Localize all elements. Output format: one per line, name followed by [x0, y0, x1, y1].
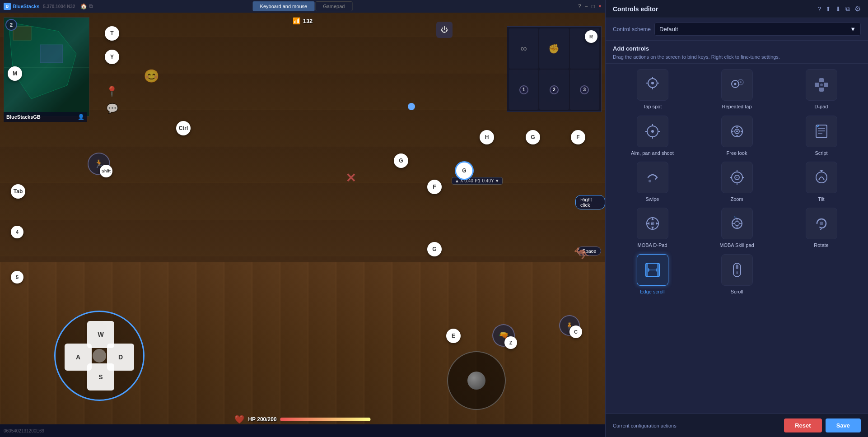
ctrl-label-moba-dpad: MOBA D-Pad — [637, 242, 667, 248]
bottom-buttons: Reset Save — [784, 418, 861, 432]
svg-point-5 — [651, 82, 654, 84]
panel-header-icons: ? ⬆ ⬇ ⧉ ⚙ — [817, 5, 861, 13]
shift-key-area[interactable]: 🏃 Shift — [88, 153, 110, 175]
ctrl-item-tilt[interactable]: Tilt — [782, 162, 861, 202]
copy-icon[interactable]: ⧉ — [89, 3, 93, 9]
hud-key-4[interactable]: 4 — [11, 226, 23, 238]
ctrl-item-zoom[interactable]: + Zoom — [697, 162, 776, 202]
dpad-ring: W S A D — [54, 311, 145, 401]
ctrl-icon-moba-dpad: D — [637, 208, 668, 239]
hud-key-5[interactable]: 5 — [11, 271, 23, 284]
ctrl-label-repeated-tap: Repeated tap — [722, 103, 751, 110]
ctrl-item-dpad[interactable]: D-pad — [782, 69, 861, 110]
ctrl-item-repeated-tap[interactable]: Repeated tap — [697, 69, 776, 110]
edge-scroll-svg — [644, 261, 662, 279]
ctrl-label-zoom: Zoom — [730, 196, 743, 202]
hud-key-t[interactable]: T — [105, 26, 119, 41]
chevron-down-icon: ▼ — [850, 26, 856, 33]
panel-bottom-bar: Current configuration actions Reset Save — [606, 414, 868, 437]
hud-key-g4[interactable]: G — [427, 242, 442, 256]
ctrl-icon-zoom: + — [721, 162, 753, 193]
hud-key-y[interactable]: Y — [105, 50, 119, 64]
hud-key-shift-badge: Shift — [100, 165, 112, 177]
ctrl-label-swipe: Swipe — [646, 196, 659, 202]
ctrl-item-swipe[interactable]: Swipe — [613, 162, 692, 202]
hud-key-ctrl[interactable]: Ctrl — [176, 121, 191, 135]
mini-panel-cell-1: 1 — [509, 70, 538, 110]
dpad-center — [93, 349, 106, 363]
ctrl-icon-tap-spot — [637, 69, 668, 101]
download-icon[interactable]: ⬇ — [835, 5, 841, 13]
ctrl-item-rotate[interactable]: Rotate — [782, 208, 861, 248]
dpad-left[interactable]: A — [65, 344, 92, 371]
restore-icon[interactable]: □ — [592, 3, 595, 9]
hud-key-tab[interactable]: Tab — [11, 184, 25, 199]
gear-icon[interactable]: ⚙ — [854, 5, 861, 13]
hud-key-e[interactable]: E — [446, 329, 461, 343]
stepper-up[interactable]: ▲ — [455, 178, 459, 183]
svg-point-51 — [820, 222, 823, 225]
mini-panel-cell-fist: ✊ — [539, 28, 569, 69]
add-controls-desc: Drag the actions on the screen to bind k… — [613, 54, 861, 60]
c-key-area[interactable]: 🧍 C — [559, 315, 580, 336]
ctrl-item-script[interactable]: Script — [782, 116, 861, 156]
title-bar-controls: ? − □ × — [578, 3, 602, 9]
ctrl-item-edge-scroll[interactable]: Edge scroll — [613, 254, 692, 295]
user-icon: 👤 — [78, 114, 84, 120]
ctrl-item-aim-pan-shoot[interactable]: Aim, pan and shoot — [613, 116, 692, 156]
game-area: B BlueStacks 5.370.1004 N32 🏠 ⧉ Keyboard… — [0, 0, 605, 437]
ctrl-label-aim-pan-shoot: Aim, pan and shoot — [631, 150, 674, 156]
svg-point-13 — [740, 81, 742, 83]
dpad-svg — [812, 76, 831, 94]
ctrl-item-free-look[interactable]: Free look — [697, 116, 776, 156]
home-icon[interactable]: 🏠 — [80, 3, 87, 9]
dpad-right[interactable]: D — [107, 344, 134, 371]
hud-key-f2[interactable]: F — [427, 180, 442, 194]
ctrl-icon-edge-scroll — [637, 254, 668, 286]
f1-label: F1 — [475, 178, 481, 183]
scheme-select[interactable]: Default ▼ — [654, 23, 861, 36]
svg-text:D: D — [651, 222, 653, 226]
hud-key-g2[interactable]: G — [394, 153, 408, 168]
ctrl-label-script: Script — [815, 150, 827, 156]
right-joystick[interactable] — [447, 351, 506, 410]
minimize-icon[interactable]: − — [585, 3, 588, 9]
close-icon[interactable]: × — [598, 3, 602, 9]
slot-badge-1: 1 — [519, 85, 528, 94]
hud-key-r[interactable]: R — [585, 30, 597, 43]
ctrl-item-moba-dpad[interactable]: D MOBA D-Pad — [613, 208, 692, 248]
z-key-area[interactable]: 🔫 Z — [492, 324, 515, 347]
moba-dpad-svg: D — [644, 214, 662, 232]
ctrl-label-scroll: Scroll — [731, 288, 743, 295]
repeated-tap-svg — [728, 76, 746, 94]
ctrl-grid: Tap spot Repeated tap — [613, 69, 861, 294]
ctrl-icon-repeated-tap — [721, 69, 753, 101]
title-bar: B BlueStacks 5.370.1004 N32 🏠 ⧉ Keyboard… — [0, 0, 605, 13]
ctrl-icon-rotate — [806, 208, 837, 239]
tab-keyboard-mouse[interactable]: Keyboard and mouse — [253, 1, 315, 11]
svg-point-17 — [820, 84, 823, 86]
share-icon[interactable]: ⧉ — [845, 5, 850, 13]
rotate-svg — [812, 214, 831, 232]
ctrl-item-scroll[interactable]: Scroll — [697, 254, 776, 295]
question-icon[interactable]: ? — [817, 5, 821, 13]
ctrl-item-moba-skill[interactable]: S MOBA Skill pad — [697, 208, 776, 248]
reset-button[interactable]: Reset — [784, 418, 821, 432]
hud-key-m[interactable]: M — [8, 66, 22, 81]
tab-gamepad[interactable]: Gamepad — [315, 1, 352, 11]
wifi-hud: 📶 132 — [293, 17, 313, 24]
upload-icon[interactable]: ⬆ — [826, 5, 831, 13]
hud-key-g1[interactable]: G — [526, 130, 540, 144]
hud-key-h[interactable]: H — [480, 130, 494, 144]
ctrl-item-tap-spot[interactable]: Tap spot — [613, 69, 692, 110]
selected-g-key-area[interactable]: G — [456, 163, 472, 179]
save-button[interactable]: Save — [826, 418, 861, 432]
script-svg — [812, 122, 831, 140]
stepper-down[interactable]: ▼ — [495, 178, 499, 183]
dpad[interactable]: W S A D — [54, 311, 145, 401]
ctrl-icon-free-look — [721, 116, 753, 147]
help-icon[interactable]: ? — [578, 3, 581, 9]
exit-icon[interactable]: ⏻ — [436, 22, 453, 38]
hud-key-f1[interactable]: F — [571, 130, 585, 144]
top-right-mini-panel: ∞ ✊ R 1 2 3 — [507, 26, 602, 112]
